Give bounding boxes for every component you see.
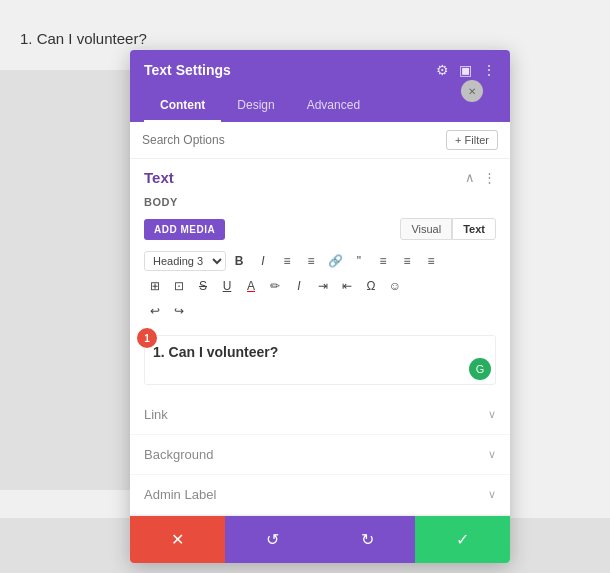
toolbar-row-1: Heading 3 Heading 1 Heading 2 Paragraph …	[144, 250, 496, 272]
admin-label-chevron-icon: ∨	[488, 488, 496, 501]
strikethrough-button[interactable]: S	[192, 275, 214, 297]
italic-button[interactable]: I	[252, 250, 274, 272]
panel-title: Text Settings	[144, 62, 231, 78]
background-text: 1. Can I volunteer?	[20, 30, 147, 47]
settings-icon[interactable]: ⚙	[436, 62, 449, 78]
outdent-button[interactable]: ⇤	[336, 275, 358, 297]
editor-badge: 1	[137, 328, 157, 348]
background-section[interactable]: Background ∨	[130, 435, 510, 475]
text-section-header: Text ∧ ⋮	[130, 159, 510, 192]
redo-button[interactable]: ↪	[168, 300, 190, 322]
panel-close-button[interactable]: ✕	[461, 80, 483, 102]
align-left-button[interactable]: ≡	[372, 250, 394, 272]
body-label: Body	[130, 192, 510, 214]
link-label: Link	[144, 407, 168, 422]
panel-header-icons: ⚙ ▣ ⋮	[436, 62, 496, 78]
table2-button[interactable]: ⊡	[168, 275, 190, 297]
align-center-button[interactable]: ≡	[396, 250, 418, 272]
editor-toolbar: Heading 3 Heading 1 Heading 2 Paragraph …	[130, 246, 510, 329]
underline-button[interactable]: U	[216, 275, 238, 297]
unordered-list-button[interactable]: ≡	[276, 250, 298, 272]
filter-button[interactable]: + Filter	[446, 130, 498, 150]
undo-footer-button[interactable]: ↺	[225, 516, 320, 563]
refresh-icon[interactable]: G	[469, 358, 491, 380]
text-settings-panel: Text Settings ⚙ ▣ ⋮ Content Design Advan…	[130, 50, 510, 563]
text-color-button[interactable]: A	[240, 275, 262, 297]
quote-button[interactable]: "	[348, 250, 370, 272]
search-input[interactable]	[142, 133, 438, 147]
toolbar-row-2: ⊞ ⊡ S U A ✏ I ⇥ ⇤ Ω ☺	[144, 275, 496, 297]
italic2-button[interactable]: I	[288, 275, 310, 297]
align-right-button[interactable]: ≡	[420, 250, 442, 272]
indent-button[interactable]: ⇥	[312, 275, 334, 297]
editor-toolbar-top: ADD MEDIA Visual Text	[130, 214, 510, 246]
tab-content[interactable]: Content	[144, 90, 221, 122]
cancel-button[interactable]: ✕	[130, 516, 225, 563]
ordered-list-button[interactable]: ≡	[300, 250, 322, 272]
panel-footer: ✕ ↺ ↻ ✓	[130, 515, 510, 563]
section-icons: ∧ ⋮	[465, 170, 496, 185]
link-section[interactable]: Link ∨	[130, 395, 510, 435]
add-media-button[interactable]: ADD MEDIA	[144, 219, 225, 240]
special-char-button[interactable]: Ω	[360, 275, 382, 297]
page-background: 1. Can I volunteer? Text Settings ⚙ ▣ ⋮ …	[0, 0, 610, 573]
bold-button[interactable]: B	[228, 250, 250, 272]
link-button[interactable]: 🔗	[324, 250, 346, 272]
paste-button[interactable]: ✏	[264, 275, 286, 297]
toolbar-row-3: ↩ ↪	[144, 300, 496, 322]
view-visual-button[interactable]: Visual	[400, 218, 452, 240]
section-more-icon[interactable]: ⋮	[483, 170, 496, 185]
more-icon[interactable]: ⋮	[482, 62, 496, 78]
search-bar: + Filter	[130, 122, 510, 159]
tab-design[interactable]: Design	[221, 90, 290, 122]
view-toggle: Visual Text	[400, 218, 496, 240]
collapse-icon[interactable]: ∧	[465, 170, 475, 185]
undo-button[interactable]: ↩	[144, 300, 166, 322]
save-button[interactable]: ✓	[415, 516, 510, 563]
editor-content-area[interactable]: 1 1. Can I volunteer? G	[144, 335, 496, 385]
editor-text: 1. Can I volunteer?	[153, 344, 487, 360]
grid-icon[interactable]: ▣	[459, 62, 472, 78]
admin-label-section[interactable]: Admin Label ∨	[130, 475, 510, 515]
emoji-button[interactable]: ☺	[384, 275, 406, 297]
view-text-button[interactable]: Text	[452, 218, 496, 240]
tab-advanced[interactable]: Advanced	[291, 90, 376, 122]
panel-header: Text Settings ⚙ ▣ ⋮	[130, 50, 510, 90]
text-section-title: Text	[144, 169, 174, 186]
admin-label-label: Admin Label	[144, 487, 216, 502]
heading-select[interactable]: Heading 3 Heading 1 Heading 2 Paragraph	[144, 251, 226, 271]
background-label: Background	[144, 447, 213, 462]
table-button[interactable]: ⊞	[144, 275, 166, 297]
panel-body: Text ∧ ⋮ Body ADD MEDIA Visual Text	[130, 159, 510, 515]
link-chevron-icon: ∨	[488, 408, 496, 421]
gray-side-block	[0, 70, 130, 490]
panel-tabs: Content Design Advanced	[130, 90, 510, 122]
background-chevron-icon: ∨	[488, 448, 496, 461]
redo-footer-button[interactable]: ↻	[320, 516, 415, 563]
